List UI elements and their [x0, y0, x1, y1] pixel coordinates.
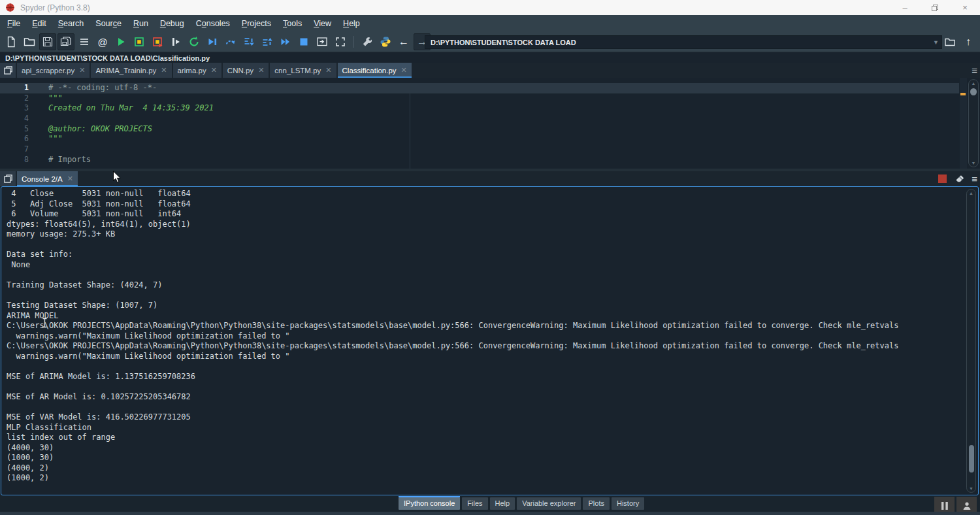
step-return-button[interactable] — [259, 33, 276, 50]
line-number: 2 — [0, 93, 39, 104]
editor-tab-cnn-py[interactable]: CNN.py✕ — [223, 63, 269, 78]
editor-tab-cnn_lstm-py[interactable]: cnn_LSTM.py✕ — [270, 63, 336, 78]
menu-file[interactable]: File — [1, 15, 26, 32]
preferences-button[interactable] — [359, 33, 376, 50]
continue-icon — [280, 36, 291, 48]
scroll-down-arrow-icon[interactable]: ▼ — [969, 161, 978, 165]
console-output-line — [7, 290, 962, 301]
editor-scrollbar[interactable]: ▲ ▼ — [968, 79, 979, 167]
line-number: 6 — [0, 134, 39, 144]
at-symbol-icon: @ — [97, 37, 107, 48]
line-number: 1 — [0, 83, 39, 93]
close-icon[interactable]: ✕ — [211, 66, 217, 75]
editor-options-menu-button[interactable]: ≡ — [972, 65, 977, 76]
restore-button[interactable] — [920, 0, 950, 15]
scroll-up-arrow-icon[interactable]: ▲ — [969, 81, 978, 86]
line-number: 7 — [0, 144, 39, 155]
window-title: Spyder (Python 3.8) — [20, 3, 90, 12]
scroll-up-arrow-icon[interactable]: ▲ — [967, 191, 975, 195]
editor-tab-api_scrapper-py[interactable]: api_scrapper.py✕ — [17, 63, 90, 78]
pane-tab-ipython-console[interactable]: IPython console — [399, 497, 460, 510]
close-icon[interactable]: ✕ — [258, 66, 264, 75]
console-output-line: 5 Adj Close 5031 non-null float64 — [7, 199, 962, 210]
browse-directory-button[interactable] — [941, 33, 958, 50]
console-scrollbar-thumb[interactable] — [969, 445, 974, 473]
new-file-button[interactable] — [3, 33, 20, 50]
console-output-line: C:\Users\OKOK PROJECTS\AppData\Roaming\P… — [7, 341, 962, 352]
toolbar-separator — [353, 36, 354, 48]
chevron-down-icon[interactable]: ▼ — [933, 39, 939, 46]
tab-label: ARIMA_Trainin.py — [95, 67, 156, 75]
open-last-pane-button[interactable] — [314, 33, 331, 50]
close-icon[interactable]: ✕ — [325, 66, 331, 75]
maximize-pane-button[interactable] — [332, 33, 349, 50]
pane-tab-files[interactable]: Files — [462, 497, 487, 510]
stop-debug-button[interactable] — [295, 33, 312, 50]
menu-run[interactable]: Run — [127, 15, 154, 32]
menu-consoles[interactable]: Consoles — [190, 15, 236, 32]
menu-view[interactable]: View — [308, 15, 337, 32]
close-icon[interactable]: ✕ — [79, 66, 85, 75]
pane-tab-help[interactable]: Help — [490, 497, 515, 510]
menu-projects[interactable]: Projects — [236, 15, 277, 32]
file-switcher-button[interactable] — [76, 33, 93, 50]
editor-tab-arima_trainin-py[interactable]: ARIMA_Trainin.py✕ — [91, 63, 171, 78]
menu-debug[interactable]: Debug — [154, 15, 190, 32]
menu-source[interactable]: Source — [90, 15, 127, 32]
code-editor[interactable]: 12345678 # -*- coding: utf-8 -*-"""Creat… — [0, 78, 980, 169]
browse-console-tabs-button[interactable] — [0, 171, 16, 186]
clear-console-button[interactable] — [954, 173, 966, 185]
open-file-button[interactable] — [21, 33, 38, 50]
debug-play-icon — [206, 36, 218, 48]
new-file-icon — [5, 36, 17, 48]
step-over-button[interactable] — [222, 33, 239, 50]
close-icon[interactable]: ✕ — [401, 66, 407, 75]
close-button[interactable]: × — [950, 0, 980, 15]
symbol-finder-button[interactable]: @ — [94, 33, 111, 50]
back-button[interactable]: ← — [395, 33, 412, 50]
rerun-cell-button[interactable] — [186, 33, 203, 50]
interrupt-kernel-button[interactable] — [936, 173, 948, 185]
console-options-menu-button[interactable]: ≡ — [972, 173, 977, 184]
browse-tabs-button[interactable] — [0, 63, 16, 78]
menu-search[interactable]: Search — [52, 15, 90, 32]
menu-edit[interactable]: Edit — [26, 15, 52, 32]
save-button[interactable] — [39, 33, 56, 50]
run-selection-button[interactable] — [167, 33, 184, 50]
console-output-line: (4000, 30) — [7, 443, 962, 454]
run-file-button[interactable] — [112, 33, 129, 50]
close-icon[interactable]: ✕ — [67, 174, 73, 183]
editor-scrollbar-thumb[interactable] — [970, 88, 977, 95]
editor-tab-arima-py[interactable]: arima.py✕ — [173, 63, 221, 78]
console-scrollbar[interactable]: ▲ ▼ — [966, 189, 976, 493]
working-directory-combo[interactable]: D:\PYTHON\STUDENT\STOCK DATA LOAD ▼ — [425, 35, 942, 49]
scroll-down-arrow-icon[interactable]: ▼ — [967, 486, 975, 491]
code-line: Created on Thu Mar 4 14:35:39 2021 — [39, 103, 959, 114]
step-into-button[interactable] — [240, 33, 257, 50]
pane-tab-variable-explorer[interactable]: Variable explorer — [517, 497, 581, 510]
continue-execution-button[interactable] — [277, 33, 294, 50]
close-icon[interactable]: ✕ — [161, 66, 167, 75]
spyder-window: Spyder (Python 3.8) – × FileEditSearchSo… — [0, 0, 980, 515]
console-tab[interactable]: Console 2/A ✕ — [17, 171, 78, 186]
run-cell-advance-button[interactable] — [149, 33, 166, 50]
editor-tab-classification-py[interactable]: Classification.py✕ — [338, 63, 412, 78]
debug-file-button[interactable] — [204, 33, 221, 50]
parent-directory-button[interactable]: ↑ — [960, 33, 977, 50]
pythonpath-manager-button[interactable] — [377, 33, 394, 50]
ipython-console[interactable]: 4 Close 5031 non-null float64 5 Adj Clos… — [1, 186, 979, 495]
spyder-logo-icon — [5, 3, 15, 12]
menu-help[interactable]: Help — [337, 15, 366, 32]
pane-tab-plots[interactable]: Plots — [583, 497, 609, 510]
run-cell-button[interactable] — [131, 33, 148, 50]
wrench-icon — [361, 36, 373, 48]
console-output-line — [7, 402, 962, 412]
pane-tab-bar: IPython consoleFilesHelpVariable explore… — [0, 495, 980, 515]
console-output-line: (1000, 30) — [7, 453, 962, 463]
save-all-button[interactable] — [57, 33, 74, 50]
minimize-button[interactable]: – — [890, 0, 920, 15]
console-output-line: ARIMA MODEL — [7, 311, 962, 322]
tab-label: cnn_LSTM.py — [274, 67, 321, 75]
pane-tab-history[interactable]: History — [612, 497, 644, 510]
menu-tools[interactable]: Tools — [277, 15, 308, 32]
